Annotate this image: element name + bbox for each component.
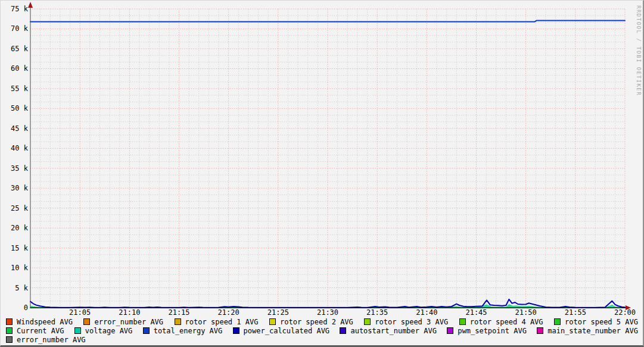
legend-item: total_energy AVG [143,327,223,335]
x-tick-label: 21:35 [366,308,388,316]
legend-row: error_number AVG [6,335,638,344]
grid [30,9,625,308]
legend: Windspeed AVGerror_number AVGrotor speed… [1,316,643,344]
legend-swatch-icon [364,318,371,325]
legend-item: Current AVG [6,327,64,335]
y-tick-label: 40 k [11,144,29,152]
x-tick-label: 21:45 [465,308,487,316]
x-tick-label: 21:50 [515,308,537,316]
y-tick-label: 5 k [15,284,28,292]
x-tick-label: 21:30 [317,308,338,316]
legend-swatch-icon [233,327,239,334]
legend-label: rotor speed 2 AVG [280,318,353,326]
y-tick-label: 60 k [11,64,29,73]
legend-item: error_number AVG [83,318,163,326]
legend-label: rotor speed 1 AVG [185,318,259,326]
legend-swatch-icon [83,318,90,325]
legend-item: rotor speed 3 AVG [364,318,448,326]
legend-swatch-icon [6,327,13,334]
legend-row: Current AVGvoltage AVGtotal_energy AVGpo… [6,326,638,335]
y-tick-label: 35 k [11,164,29,173]
x-tick-label: 21:25 [267,308,289,316]
legend-swatch-icon [554,318,561,325]
legend-swatch-icon [537,327,543,334]
legend-item: rotor speed 5 AVG [554,318,638,326]
legend-swatch-icon [143,327,150,334]
legend-item: autostart_number AVG [340,327,437,335]
legend-label: total_energy AVG [154,327,223,335]
legend-swatch-icon [269,318,276,325]
y-tick-label: 55 k [11,85,29,93]
y-tick-label: 70 k [11,24,29,33]
x-tick-label: 21:20 [218,308,239,316]
legend-label: autostart_number AVG [350,327,437,335]
rrdtool-watermark: RRDTOOL / TOBI OETIKER [636,5,642,96]
legend-item: Windspeed AVG [6,318,73,326]
series-total-energy-avg [30,20,625,21]
legend-label: main_state_number AVG [547,327,638,335]
legend-label: power_calculated AVG [244,327,330,335]
legend-label: error_number AVG [17,336,86,344]
legend-label: pwm_setpoint AVG [458,327,527,335]
x-tick-label: 21:05 [69,308,91,316]
legend-swatch-icon [74,327,81,334]
legend-swatch-icon [340,327,346,334]
legend-row: Windspeed AVGerror_number AVGrotor speed… [6,317,638,326]
legend-label: rotor speed 3 AVG [375,318,448,326]
legend-swatch-icon [6,318,13,325]
rrdtool-graph: 05 k10 k15 k20 k25 k30 k35 k40 k45 k50 k… [0,0,644,347]
y-tick-label: 65 k [11,45,29,53]
x-tick-label: 22:00 [614,308,636,316]
tick-labels: 05 k10 k15 k20 k25 k30 k35 k40 k45 k50 k… [11,5,636,316]
y-tick-label: 10 k [11,264,29,272]
y-tick-label: 75 k [11,5,29,13]
legend-label: Current AVG [17,327,64,335]
legend-item: rotor speed 4 AVG [459,318,543,326]
x-tick-label: 21:40 [416,308,437,316]
legend-item: error_number AVG [6,336,86,344]
legend-label: rotor speed 4 AVG [470,318,543,326]
y-tick-label: 15 k [11,244,29,252]
legend-swatch-icon [175,318,181,325]
legend-item: main_state_number AVG [537,327,638,335]
y-tick-label: 50 k [11,104,29,112]
chart-canvas: 05 k10 k15 k20 k25 k30 k35 k40 k45 k50 k… [1,1,644,316]
y-tick-label: 30 k [11,184,29,192]
y-tick-label: 25 k [11,204,29,212]
axes [28,2,631,310]
x-tick-label: 21:15 [168,308,189,316]
legend-label: Windspeed AVG [17,318,73,326]
legend-label: error_number AVG [94,318,163,326]
legend-swatch-icon [447,327,453,334]
legend-item: rotor speed 1 AVG [175,318,259,326]
legend-item: power_calculated AVG [233,327,330,335]
x-tick-label: 21:55 [565,308,586,316]
legend-item: voltage AVG [74,327,132,335]
legend-swatch-icon [6,336,13,343]
legend-item: pwm_setpoint AVG [447,327,527,335]
legend-label: voltage AVG [85,327,132,335]
y-axis-arrow-icon [28,2,33,8]
legend-label: rotor speed 5 AVG [565,318,638,326]
y-tick-label: 45 k [11,124,29,133]
x-tick-label: 21:10 [119,308,140,316]
y-tick-label: 20 k [11,224,29,232]
y-tick-label: 0 [24,304,28,312]
legend-swatch-icon [459,318,466,325]
legend-item: rotor speed 2 AVG [269,318,353,326]
